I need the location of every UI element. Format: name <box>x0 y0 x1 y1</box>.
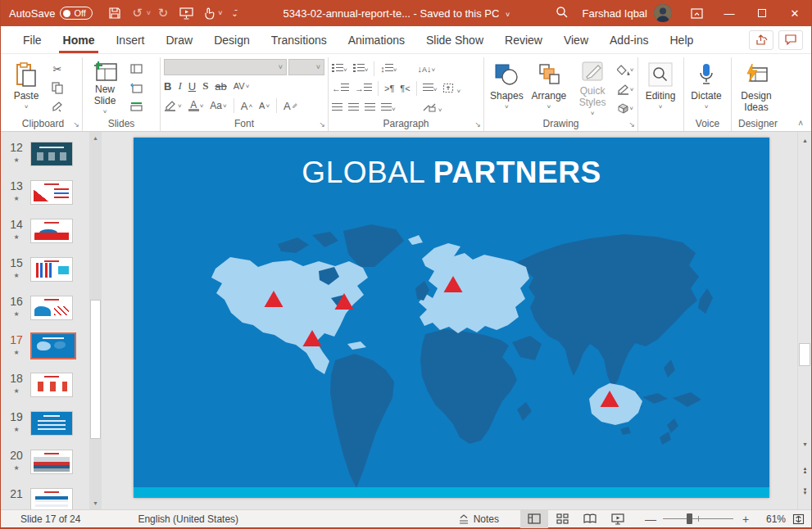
minimize-icon[interactable]: — <box>713 0 746 26</box>
zoom-in-button[interactable]: + <box>740 513 751 526</box>
slide-layout-icon[interactable] <box>127 61 145 77</box>
slide-thumbnail-image[interactable] <box>30 450 73 474</box>
ltr-button[interactable]: >¶ <box>384 84 394 93</box>
dictate-button[interactable]: Dictate ˅ <box>687 59 725 116</box>
numbering-button[interactable]: ˅ <box>353 64 369 74</box>
tab-transitions[interactable]: Transitions <box>261 26 338 53</box>
design-ideas-button[interactable]: Design Ideas <box>735 59 778 116</box>
slide-17[interactable]: GLOBAL PARTNERS <box>134 138 769 498</box>
shadow-button[interactable]: S <box>202 79 208 93</box>
quick-styles-button[interactable]: Quick Styles ˅ <box>572 59 613 116</box>
slide-thumbnail-image[interactable] <box>30 411 73 436</box>
thumb-scroll-down-icon[interactable]: ▼ <box>89 497 102 509</box>
shape-outline-icon[interactable]: ˅ <box>616 82 634 97</box>
arrange-button[interactable]: Arrange ˅ <box>529 59 569 116</box>
zoom-level[interactable]: 61% <box>758 513 786 525</box>
font-color-button[interactable]: A ˅ <box>188 101 204 111</box>
strikethrough-button[interactable]: ab <box>215 80 226 93</box>
slide-thumbnail-image[interactable] <box>30 296 73 320</box>
search-icon[interactable] <box>548 6 576 20</box>
redo-icon[interactable]: ↻ <box>152 2 174 24</box>
decrease-font-size-button[interactable]: A ˅ <box>259 101 270 111</box>
paste-button[interactable]: Paste ˅ <box>7 59 45 116</box>
tab-review[interactable]: Review <box>494 26 553 53</box>
increase-indent-button[interactable]: → <box>355 84 372 93</box>
scroll-thumb[interactable] <box>799 343 810 366</box>
saved-status[interactable]: Saved to this PC <box>420 7 500 20</box>
justify-button[interactable]: ˅ <box>381 103 396 113</box>
format-painter-icon[interactable] <box>48 98 66 115</box>
slide-thumbnail-image[interactable] <box>30 332 76 359</box>
user-name[interactable]: Farshad Iqbal <box>583 7 648 20</box>
share-button[interactable] <box>749 30 773 50</box>
cut-icon[interactable]: ✂ <box>48 61 66 77</box>
slide-thumbnail-image[interactable] <box>30 142 73 166</box>
autosave-toggle[interactable]: AutoSave Off <box>9 7 93 20</box>
touch-mouse-mode-icon[interactable] <box>198 2 220 24</box>
vertical-scrollbar[interactable]: ▲ ▼ ▲ ▲ ▼ ▼ <box>797 132 811 509</box>
zoom-slider-thumb[interactable] <box>687 513 692 524</box>
character-spacing-button[interactable]: AV ˅ <box>234 81 250 91</box>
text-highlight-button[interactable]: ˅ <box>164 100 182 111</box>
slide-title[interactable]: GLOBAL PARTNERS <box>134 156 769 190</box>
shape-fill-icon[interactable]: ˅ <box>616 62 634 78</box>
thumbnail-scrollbar[interactable]: ▲ ▼ <box>89 132 102 509</box>
font-size-combobox[interactable]: ˅ <box>288 59 324 75</box>
maximize-icon[interactable] <box>746 0 778 26</box>
align-center-button[interactable] <box>348 103 359 113</box>
slide-sorter-view-button[interactable] <box>548 510 576 528</box>
decrease-indent-button[interactable]: ← <box>332 84 349 93</box>
slide-indicator[interactable]: Slide 17 of 24 <box>20 513 80 525</box>
customize-qat-icon[interactable]: ⌄̄ <box>224 2 245 24</box>
section-icon[interactable] <box>127 98 145 115</box>
collapse-ribbon-icon[interactable]: ˄ <box>798 119 803 128</box>
shapes-button[interactable]: Shapes ˅ <box>488 59 526 116</box>
close-icon[interactable]: ✕ <box>778 0 811 26</box>
zoom-out-button[interactable]: — <box>645 513 656 526</box>
save-icon[interactable] <box>104 2 125 24</box>
tab-help[interactable]: Help <box>659 26 704 53</box>
font-dialog-launcher-icon[interactable]: ↘ <box>319 120 325 129</box>
tab-file[interactable]: File <box>12 26 52 53</box>
tab-draw[interactable]: Draw <box>155 26 203 53</box>
undo-icon[interactable]: ↺ <box>127 2 148 24</box>
font-name-combobox[interactable]: ˅ <box>164 59 287 75</box>
reset-slide-icon[interactable] <box>127 79 145 96</box>
drawing-dialog-launcher-icon[interactable]: ↘ <box>628 120 635 129</box>
tab-insert[interactable]: Insert <box>105 26 155 53</box>
thumb-scroll-up-icon[interactable]: ▲ <box>89 132 102 144</box>
notes-toggle[interactable]: Notes <box>458 513 499 525</box>
line-spacing-button[interactable]: ↕˅ <box>380 64 397 74</box>
slide-canvas[interactable]: GLOBAL PARTNERS <box>103 132 797 509</box>
tab-animations[interactable]: Animations <box>338 26 415 53</box>
language-indicator[interactable]: English (United States) <box>138 513 238 525</box>
scroll-up-icon[interactable]: ▲ <box>799 133 811 147</box>
comments-button[interactable] <box>778 30 803 50</box>
slide-thumbnail-image[interactable] <box>30 257 73 282</box>
fit-slide-to-window-button[interactable] <box>792 513 805 525</box>
increase-font-size-button[interactable]: A ˄ <box>241 100 252 112</box>
align-text-button[interactable]: ˅ <box>442 83 460 95</box>
avatar[interactable] <box>654 4 672 22</box>
underline-button[interactable]: U <box>188 80 196 93</box>
new-slide-button[interactable]: New Slide ˅ <box>86 59 124 116</box>
slide-thumbnail-image[interactable] <box>30 373 73 397</box>
undo-chevron-icon[interactable]: ˅ <box>147 9 151 17</box>
ribbon-display-options-icon[interactable] <box>680 0 713 26</box>
thumb-scroll-thumb[interactable] <box>90 300 101 439</box>
tab-slide-show[interactable]: Slide Show <box>415 26 494 53</box>
copy-icon[interactable] <box>48 79 66 96</box>
change-case-button[interactable]: Aa ˅ <box>210 100 226 111</box>
start-presentation-icon[interactable] <box>175 2 197 24</box>
autosave-switch[interactable]: Off <box>60 7 92 20</box>
tab-view[interactable]: View <box>553 26 599 53</box>
text-direction-button[interactable]: ↓A↓˅ <box>418 64 436 74</box>
clipboard-dialog-launcher-icon[interactable]: ↘ <box>73 120 79 129</box>
slide-thumbnail-image[interactable] <box>30 180 73 205</box>
slideshow-view-button[interactable] <box>604 510 632 528</box>
columns-button[interactable]: ˅ <box>423 84 438 93</box>
bullets-button[interactable]: ˅ <box>332 64 347 74</box>
paragraph-dialog-launcher-icon[interactable]: ↘ <box>474 120 481 129</box>
tab-home[interactable]: Home <box>52 26 106 53</box>
rtl-button[interactable]: ¶< <box>400 84 410 93</box>
